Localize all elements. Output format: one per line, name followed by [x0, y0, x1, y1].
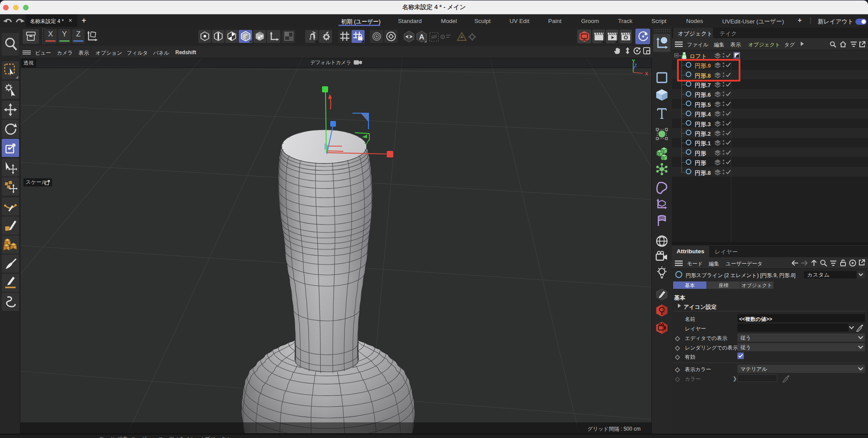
svg-text:X: X: [645, 71, 648, 76]
svg-text:A: A: [419, 33, 424, 41]
